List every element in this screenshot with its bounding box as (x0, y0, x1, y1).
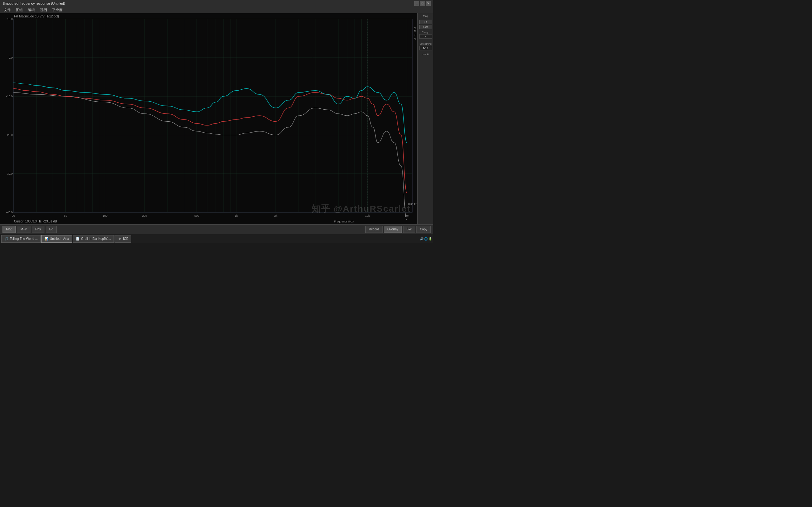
phs-mode-button[interactable]: Phs (32, 226, 44, 233)
cursor-info: Cursor: 10053.3 Hz, -23.31 dB (14, 220, 57, 223)
taskbar-icon-chart: 📊 (44, 237, 49, 241)
frequency-response-chart[interactable] (0, 13, 417, 224)
watermark: 知乎 @ArthuRScarlet (311, 203, 411, 215)
taskbar-item-grell-label: Grell In-Ear-Kopfhö... (81, 237, 111, 240)
main-container: FR Magnitude dB V/V (1/12 oct) ARTA 知乎 @… (0, 13, 433, 224)
taskbar-item-arta[interactable]: 📊 Untitled - Arta (41, 235, 72, 243)
bw-button[interactable]: BW (403, 226, 415, 233)
menu-item-chart[interactable]: 图组 (13, 7, 26, 13)
menu-item-view[interactable]: 视图 (38, 7, 49, 13)
menu-bar: 文件 图组 编辑 视图 平滑度 (0, 7, 433, 13)
mhp-mode-button[interactable]: M+P (17, 226, 31, 233)
fit-button[interactable]: Fit (419, 20, 432, 24)
taskbar-icon-doc: 📄 (75, 237, 80, 241)
set-button[interactable]: Set (419, 25, 432, 29)
menu-item-smooth[interactable]: 平滑度 (49, 7, 65, 13)
smoothing-label: Smoothing (419, 43, 432, 45)
maximize-button[interactable]: □ (420, 1, 425, 6)
close-button[interactable]: ✕ (426, 1, 431, 6)
bottom-toolbar: Mag M+P Phs Gd Record Overlay BW Copy (0, 224, 433, 234)
mag-label: Mag (423, 14, 428, 17)
high-fr-label: High Fr (408, 203, 416, 205)
system-clock: 🔊 🌐 🔋 (420, 237, 432, 240)
taskbar: 🎵 Telling The World ... 📊 Untitled - Art… (0, 234, 433, 243)
mag-mode-button[interactable]: Mag (3, 226, 15, 233)
taskbar-item-ice-label: ICE (123, 237, 129, 240)
menu-item-edit[interactable]: 编辑 (26, 7, 38, 13)
gd-mode-button[interactable]: Gd (46, 226, 57, 233)
low-fr-label: Low Fr (421, 53, 429, 56)
taskbar-icon-music: 🎵 (4, 237, 9, 241)
chart-title: FR Magnitude dB V/V (1/12 oct) (14, 14, 59, 18)
minimize-button[interactable]: _ (414, 1, 419, 6)
title-bar-text: Smoothed frequency response (Untitled) (3, 2, 414, 5)
title-bar: Smoothed frequency response (Untitled) _… (0, 0, 433, 7)
frequency-axis-label: Frequency (Hz) (334, 220, 354, 223)
chart-area: FR Magnitude dB V/V (1/12 oct) ARTA 知乎 @… (0, 13, 417, 224)
taskbar-item-grell[interactable]: 📄 Grell In-Ear-Kopfhö... (72, 235, 114, 243)
arta-label: ARTA (413, 26, 417, 41)
menu-item-file[interactable]: 文件 (1, 7, 13, 13)
smoothing-value: 1/12 (419, 46, 432, 50)
right-panel: Mag Fit Set Range - Smoothing 1/12 Low F… (417, 13, 433, 224)
range-value: - (419, 34, 432, 39)
taskbar-item-ice[interactable]: ❄ ICE (114, 235, 131, 243)
range-label: Range (422, 31, 429, 34)
taskbar-item-telling-label: Telling The World ... (10, 237, 38, 240)
record-button[interactable]: Record (365, 226, 383, 233)
taskbar-item-telling[interactable]: 🎵 Telling The World ... (1, 235, 41, 243)
overlay-button[interactable]: Overlay (384, 226, 402, 233)
taskbar-item-arta-label: Untitled - Arta (50, 237, 69, 240)
copy-button[interactable]: Copy (416, 226, 431, 233)
taskbar-icon-ice: ❄ (117, 237, 122, 241)
